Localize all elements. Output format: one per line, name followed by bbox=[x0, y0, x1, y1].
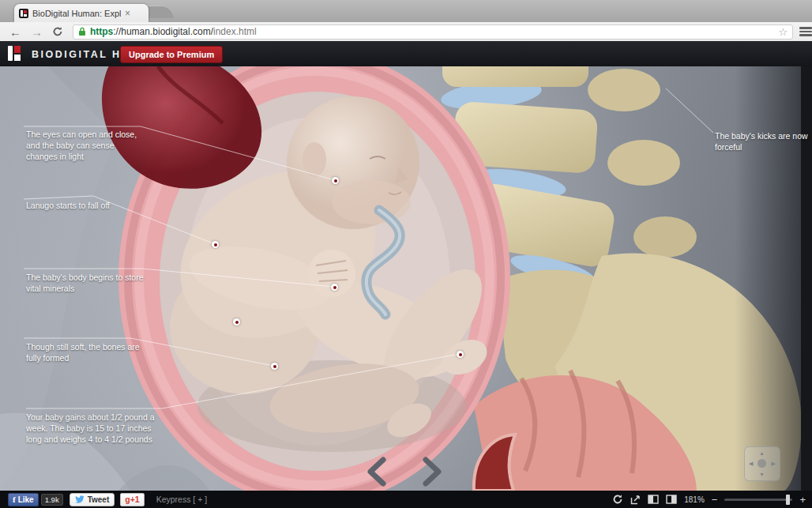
annotation-pin[interactable] bbox=[271, 363, 278, 370]
annotation-pin[interactable] bbox=[233, 318, 240, 325]
upgrade-premium-button[interactable]: Upgrade to Premium bbox=[120, 46, 223, 63]
panel-right-toggle-icon[interactable] bbox=[666, 495, 677, 504]
panel-left-toggle-icon[interactable] bbox=[648, 495, 659, 504]
bookmark-star-icon[interactable]: ☆ bbox=[778, 26, 788, 38]
annotation-label: Lanugo starts to fall off bbox=[26, 200, 145, 211]
keypress-hint: Keypress [ + ] bbox=[156, 495, 208, 504]
fullscreen-icon[interactable] bbox=[630, 495, 641, 505]
pan-down-icon[interactable]: ▼ bbox=[759, 472, 765, 477]
reload-icon[interactable] bbox=[52, 26, 63, 37]
pan-left-icon[interactable]: ◀ bbox=[749, 461, 753, 466]
annotation-pin[interactable] bbox=[457, 351, 464, 358]
browser-menu-icon[interactable] bbox=[799, 27, 812, 36]
google-plus-one-button[interactable]: g+1 bbox=[120, 493, 144, 506]
pan-dpad-control[interactable]: ▲ ▼ ◀ ▶ bbox=[744, 446, 780, 481]
back-button[interactable]: ← bbox=[9, 26, 21, 38]
browser-tabstrip: BioDigital Human: Explore × bbox=[0, 0, 812, 22]
pan-right-icon[interactable]: ▶ bbox=[772, 461, 776, 466]
pan-center-icon[interactable] bbox=[757, 459, 766, 468]
annotation-label: The baby's kicks are now forceful bbox=[715, 130, 808, 152]
biodigital-logo-icon bbox=[8, 46, 25, 62]
annotation-pin[interactable] bbox=[331, 284, 338, 291]
zoom-in-icon[interactable]: + bbox=[799, 495, 806, 505]
next-arrow-icon[interactable] bbox=[422, 457, 442, 487]
zoom-level: 181% bbox=[684, 495, 705, 504]
padlock-icon bbox=[78, 27, 86, 36]
tweet-button[interactable]: Tweet bbox=[70, 493, 115, 506]
annotation-pin[interactable] bbox=[332, 177, 339, 184]
omnibox[interactable]: https://human.biodigital.com/index.html … bbox=[73, 24, 793, 40]
annotation-pin[interactable] bbox=[212, 241, 219, 248]
annotation-label: The baby's body begins to store vital mi… bbox=[26, 272, 145, 294]
browser-tab[interactable]: BioDigital Human: Explore × bbox=[14, 4, 148, 22]
app-toolbar: BIODIGITAL HUMAN Upgrade to Premium Fema… bbox=[0, 41, 812, 67]
app-window: BioDigital Human: Explore × ← → https://… bbox=[0, 0, 812, 508]
forward-button[interactable]: → bbox=[31, 26, 43, 38]
twitter-bird-icon bbox=[75, 495, 85, 503]
3d-viewport[interactable]: The eyes can open and close, and the bab… bbox=[0, 66, 812, 491]
biodigital-favicon-icon bbox=[19, 9, 28, 18]
annotation-label: Your baby gains about 1/2 pound a week. … bbox=[26, 412, 160, 446]
reset-view-icon[interactable] bbox=[612, 494, 623, 505]
url-text: https://human.biodigital.com/index.html bbox=[90, 26, 257, 37]
facebook-like-button[interactable]: f Like bbox=[8, 493, 39, 506]
annotation-label: The eyes can open and close, and the bab… bbox=[26, 129, 146, 163]
bottom-bar: f Like 1.9k Tweet g+1 Keypress [ + ] bbox=[0, 491, 812, 508]
facebook-icon: f bbox=[13, 495, 16, 504]
zoom-slider[interactable] bbox=[724, 499, 792, 501]
browser-url-bar: ← → https://human.biodigital.com/index.h… bbox=[0, 22, 812, 42]
zoom-out-icon[interactable]: − bbox=[712, 495, 718, 505]
previous-arrow-icon[interactable] bbox=[367, 457, 387, 487]
like-count-badge: 1.9k bbox=[41, 494, 63, 506]
tab-close-icon[interactable]: × bbox=[125, 9, 130, 18]
annotation-label: Though still soft, the bones are fully f… bbox=[26, 341, 145, 363]
viewer-controls: 181% − + bbox=[612, 494, 806, 505]
pan-up-icon[interactable]: ▲ bbox=[759, 450, 765, 456]
tab-title: BioDigital Human: Explore bbox=[32, 9, 121, 18]
zoom-slider-handle[interactable] bbox=[786, 495, 790, 505]
